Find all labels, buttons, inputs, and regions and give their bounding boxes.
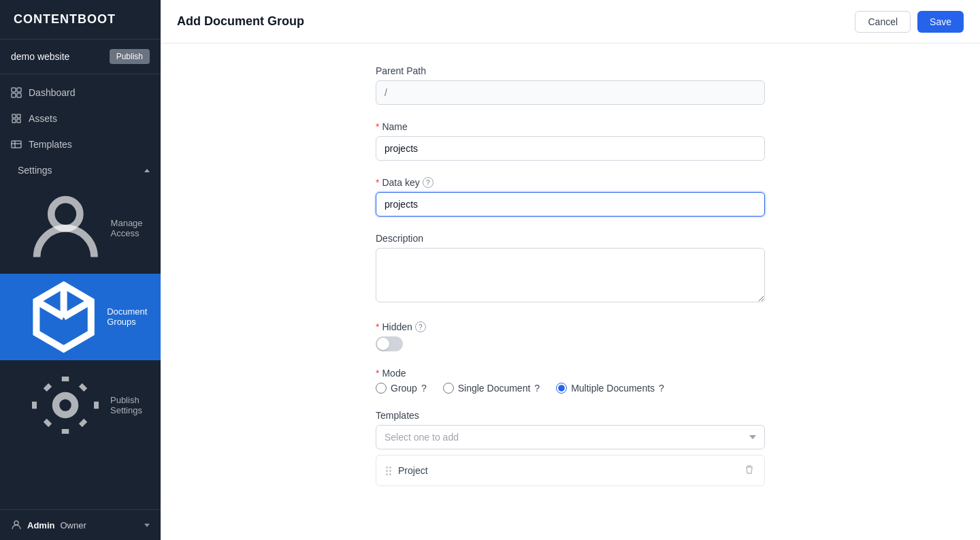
parent-path-input[interactable] (376, 80, 765, 105)
sidebar-item-assets[interactable]: Assets (0, 106, 161, 131)
publish-button[interactable]: Publish (110, 49, 150, 64)
svg-point-16 (56, 396, 75, 415)
settings-label: Settings (18, 165, 52, 176)
sidebar-item-publish-settings[interactable]: Publish Settings (0, 360, 161, 450)
mode-single-help-icon: ? (534, 383, 540, 394)
grid-icon (11, 87, 22, 98)
cancel-button[interactable]: Cancel (855, 11, 911, 33)
manage-access-label: Manage Access (111, 218, 150, 238)
svg-point-17 (14, 521, 18, 525)
footer-role: Owner (60, 520, 86, 530)
parent-path-label: Parent Path (376, 65, 765, 76)
page-title: Add Document Group (177, 14, 304, 29)
hidden-group: * Hidden ? (376, 321, 765, 351)
description-input[interactable] (376, 248, 765, 302)
data-key-input[interactable] (376, 192, 765, 217)
svg-point-12 (51, 200, 80, 228)
svg-rect-1 (17, 88, 21, 92)
cube-icon (27, 281, 100, 353)
sidebar-item-label: Dashboard (29, 87, 76, 98)
templates-group: Templates Select one to add Project (376, 410, 765, 486)
name-label: * Name (376, 121, 765, 132)
mode-multiple-help-icon: ? (659, 383, 664, 394)
templates-select[interactable]: Select one to add (376, 425, 765, 449)
main-content: Add Document Group Cancel Save Parent Pa… (161, 0, 980, 540)
settings-chevron-up-icon (144, 169, 150, 172)
name-group: * Name (376, 121, 765, 161)
data-key-group: * Data key ? (376, 177, 765, 217)
data-key-help-icon: ? (423, 177, 434, 188)
hidden-help-icon: ? (415, 321, 426, 332)
footer-username: Admin (27, 520, 54, 530)
templates-placeholder: Select one to add (385, 432, 459, 443)
mode-group-help-icon: ? (421, 383, 427, 394)
gear-icon (27, 367, 103, 443)
sidebar-item-manage-access[interactable]: Manage Access (0, 183, 161, 274)
chevron-down-icon (749, 435, 756, 439)
template-name: Project (398, 465, 428, 476)
svg-rect-5 (17, 114, 20, 118)
footer-user-icon (11, 520, 22, 530)
user-icon (27, 190, 104, 267)
table-icon (11, 139, 22, 150)
svg-line-15 (64, 301, 91, 317)
template-item: Project (376, 455, 765, 486)
footer-chevron-down-icon (144, 524, 150, 527)
sidebar-item-templates[interactable]: Templates (0, 131, 161, 157)
templates-label: Templates (376, 410, 765, 421)
toggle-track (376, 336, 403, 351)
delete-template-icon[interactable] (744, 464, 755, 477)
sidebar-item-label: Assets (29, 113, 57, 124)
logo: CONTENTBOOT (0, 0, 161, 39)
document-groups-label: Document Groups (107, 306, 150, 327)
description-label: Description (376, 233, 765, 244)
sidebar-item-label: Templates (29, 139, 72, 150)
svg-rect-3 (17, 93, 21, 97)
mode-label: * Mode (376, 368, 765, 379)
mode-option-single[interactable]: Single Document ? (443, 383, 540, 394)
mode-option-multiple[interactable]: Multiple Documents ? (556, 383, 664, 394)
svg-rect-8 (12, 141, 21, 148)
form-inner: Parent Path * Name * Data key ? (359, 65, 781, 486)
form-area: Parent Path * Name * Data key ? (161, 44, 980, 540)
svg-rect-2 (12, 93, 16, 97)
drag-handle-icon[interactable] (386, 466, 391, 475)
parent-path-group: Parent Path (376, 65, 765, 105)
toggle-thumb (377, 338, 389, 350)
hidden-toggle-wrapper (376, 336, 765, 351)
sidebar-footer: Admin Owner (0, 509, 161, 540)
svg-rect-4 (12, 114, 16, 118)
mode-option-group[interactable]: Group ? (376, 383, 427, 394)
save-button[interactable]: Save (917, 11, 964, 33)
data-key-label: * Data key ? (376, 177, 765, 188)
sidebar: CONTENTBOOT demo website Publish Dashboa… (0, 0, 161, 540)
page-header: Add Document Group Cancel Save (161, 0, 980, 44)
project-header: demo website Publish (0, 39, 161, 74)
mode-group: * Mode Group ? Single Document ? (376, 368, 765, 394)
hidden-toggle[interactable] (376, 336, 403, 351)
sidebar-nav: Dashboard Assets Templates (0, 74, 161, 509)
brand-name: CONTENTBOOT (14, 12, 116, 26)
svg-rect-0 (12, 88, 16, 92)
header-actions: Cancel Save (855, 11, 964, 33)
description-group: Description (376, 233, 765, 305)
project-name: demo website (11, 51, 69, 62)
svg-line-14 (36, 301, 63, 317)
sidebar-item-document-groups[interactable]: Document Groups (0, 274, 161, 360)
svg-rect-7 (17, 119, 20, 123)
settings-menu-header[interactable]: Settings (0, 157, 161, 183)
svg-rect-6 (12, 119, 16, 123)
name-input[interactable] (376, 136, 765, 161)
sidebar-item-dashboard[interactable]: Dashboard (0, 80, 161, 106)
assets-icon (11, 113, 22, 124)
publish-settings-label: Publish Settings (110, 395, 150, 415)
mode-radio-group: Group ? Single Document ? Multiple Docum… (376, 383, 765, 394)
hidden-label: * Hidden ? (376, 321, 765, 332)
